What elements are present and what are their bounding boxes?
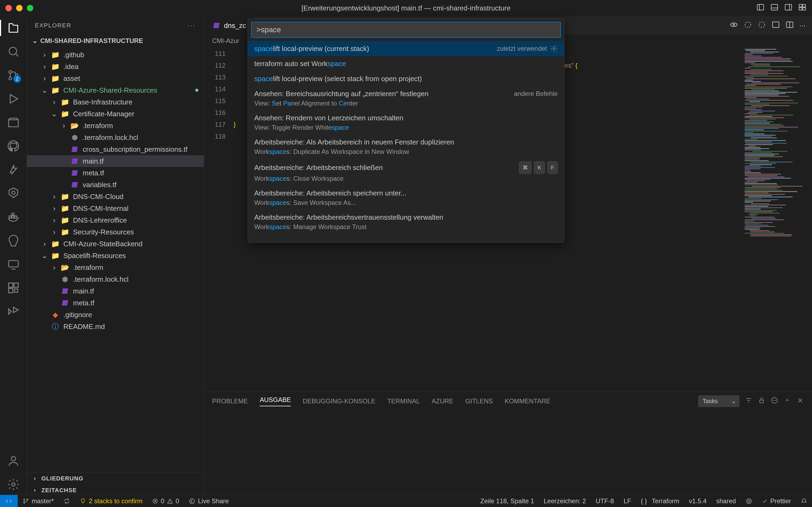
remote-icon[interactable] (7, 258, 20, 271)
tree-item[interactable]: meta.tf (27, 167, 204, 179)
palette-input[interactable] (251, 22, 561, 38)
live-share[interactable]: Live Share (184, 495, 234, 507)
tree-item[interactable]: ›📁CMI-Azure-StateBackend (27, 238, 204, 250)
encoding[interactable]: UTF-8 (591, 495, 619, 507)
toggle-secondary-sidebar-icon[interactable] (784, 3, 793, 13)
notifications-icon[interactable] (796, 495, 812, 507)
sidebar-title: EXPLORER (35, 22, 71, 29)
sidebar-more-icon[interactable]: ··· (188, 22, 196, 29)
stacks-confirm[interactable]: 2 stacks to confirm (75, 495, 148, 507)
tree-item[interactable]: ›📁DNS-Lehreroffice (27, 214, 204, 226)
window-minimize[interactable] (16, 5, 22, 11)
panel-tab[interactable]: TERMINAL (387, 397, 420, 405)
eol[interactable]: LF (619, 495, 636, 507)
toggle-panel-icon[interactable] (770, 3, 779, 13)
feedback-icon[interactable] (741, 495, 757, 507)
panel-tab[interactable]: DEBUGGING-KONSOLE (303, 397, 375, 405)
toggle-primary-sidebar-icon[interactable] (756, 3, 765, 13)
window-close[interactable] (5, 5, 12, 11)
run-debug-icon[interactable] (7, 92, 20, 105)
tree-item[interactable]: ›📁DNS-CMI-Internal (27, 203, 204, 214)
run-icon[interactable] (757, 20, 766, 31)
panel-tab[interactable]: AUSGABE (259, 396, 291, 406)
panel-close-icon[interactable] (797, 397, 804, 406)
indentation[interactable]: Leerzeichen: 2 (539, 495, 591, 507)
output-channel-select[interactable]: Tasks ⌄ (698, 395, 740, 407)
outline-section[interactable]: › GLIEDERUNG (27, 472, 204, 485)
problems[interactable]: 0 0 (148, 495, 184, 507)
tree-item[interactable]: ›📁.github (27, 49, 204, 61)
language-mode[interactable]: { }Terraform (636, 495, 684, 507)
explorer-view-icon[interactable] (7, 21, 20, 35)
palette-item[interactable]: Arbeitsbereiche: Arbeitsbereichsvertraue… (248, 210, 564, 234)
tree-item[interactable]: ⓘREADME.md (27, 321, 204, 332)
palette-item[interactable]: Ansehen: Bereichsausrichtung auf „zentri… (248, 86, 564, 110)
tree-item[interactable]: ›📁asset (27, 72, 204, 84)
more-actions-icon[interactable]: ··· (799, 21, 806, 30)
panel-tab[interactable]: GITLENS (465, 397, 493, 405)
palette-item[interactable]: Arbeitsbereiche: Arbeitsbereich speicher… (248, 185, 564, 210)
split-editor-icon[interactable] (786, 20, 794, 31)
search-view-icon[interactable] (7, 45, 20, 58)
tree-item[interactable]: ›📁Base-Infrastructure (27, 96, 204, 108)
panel-lock-icon[interactable] (758, 397, 765, 406)
tree-item[interactable]: variables.tf (27, 179, 204, 191)
tree-item[interactable]: ›📂.terraform (27, 262, 204, 273)
palette-item[interactable]: spacelift local-preview (select stack fr… (248, 71, 564, 86)
diff-icon[interactable] (744, 20, 752, 31)
github-icon[interactable] (7, 139, 20, 153)
tree-item[interactable]: cross_subscription_permissions.tf (27, 144, 204, 155)
palette-item[interactable]: Arbeitsbereiche: Arbeitsbereich schließe… (248, 159, 564, 185)
docker-icon[interactable] (7, 211, 20, 223)
sidebar-section[interactable]: ⌄ CMI-SHARED-INFRASTRUCTURE (27, 35, 204, 47)
tree-item[interactable]: ›📁Security-Resources (27, 226, 204, 238)
toggle-layout-icon[interactable] (771, 20, 780, 31)
tree-item[interactable]: ›📂.terraform (27, 120, 204, 131)
tree-item[interactable]: ◆.gitignore (27, 309, 204, 321)
panel-clear-icon[interactable] (771, 397, 778, 406)
panel-filter-icon[interactable] (745, 397, 752, 406)
palette-item[interactable]: terraform auto set Workspace (248, 56, 564, 71)
tree-item[interactable]: ⬢.terraform.lock.hcl (27, 273, 204, 285)
minimap[interactable] (742, 47, 812, 384)
tree-item[interactable]: ›📁.idea (27, 61, 204, 72)
panel-maximize-icon[interactable] (784, 397, 791, 406)
panel-tab[interactable]: AZURE (432, 397, 454, 405)
tab-dns[interactable]: dns_zc (204, 16, 254, 35)
go-back-icon[interactable] (730, 20, 738, 31)
shared-status[interactable]: shared (711, 495, 741, 507)
liveshare-icon[interactable] (7, 305, 20, 318)
tree-item[interactable]: meta.tf (27, 297, 204, 309)
window-title: [Erweiterungsentwicklungshost] main.tf —… (301, 4, 511, 12)
spacelift-icon[interactable] (7, 234, 20, 247)
tree-item[interactable]: main.tf (27, 285, 204, 297)
terraform-version[interactable]: v1.5.4 (684, 495, 711, 507)
kubernetes-icon[interactable] (7, 187, 20, 200)
azure-icon[interactable] (7, 163, 20, 176)
accounts-icon[interactable] (7, 454, 20, 467)
git-branch[interactable]: master* (18, 495, 59, 507)
tree-item[interactable]: ⌄📁Spacelift-Resources (27, 250, 204, 262)
palette-item[interactable]: spacelift local-preview (current stack)z… (248, 41, 564, 56)
cursor-position[interactable]: Zeile 118, Spalte 1 (475, 495, 539, 507)
remote-explorer-icon[interactable] (7, 116, 20, 129)
tree-item[interactable]: ›📁DNS-CMI-Cloud (27, 191, 204, 203)
remote-indicator[interactable] (0, 495, 18, 507)
tree-item[interactable]: ⬢.terraform.lock.hcl (27, 131, 204, 144)
panel-tab[interactable]: KOMMENTARE (505, 397, 550, 405)
tree-item[interactable]: ⌄📁CMI-Azure-Shared-Resources (27, 84, 204, 96)
tree-item[interactable]: ⌄📁Certificate-Manager (27, 108, 204, 120)
extensions-icon[interactable] (7, 281, 20, 294)
palette-item[interactable]: Ansehen: Rendern von Leerzeichen umschal… (248, 110, 564, 134)
sync-icon[interactable] (59, 495, 75, 507)
window-zoom[interactable] (27, 5, 33, 11)
palette-item[interactable]: Arbeitsbereiche: Ordner aus dem Arbeitsb… (248, 234, 564, 234)
prettier-status[interactable]: Prettier (757, 495, 796, 507)
customize-layout-icon[interactable] (798, 3, 807, 13)
palette-item[interactable]: Arbeitsbereiche: Als Arbeitsbereich in n… (248, 134, 564, 159)
panel-tab[interactable]: PROBLEME (212, 397, 248, 405)
tree-item[interactable]: main.tf (27, 155, 204, 167)
svg-rect-6 (799, 4, 802, 7)
settings-gear-icon[interactable] (7, 478, 20, 491)
source-control-icon[interactable]: 2 (7, 69, 20, 81)
